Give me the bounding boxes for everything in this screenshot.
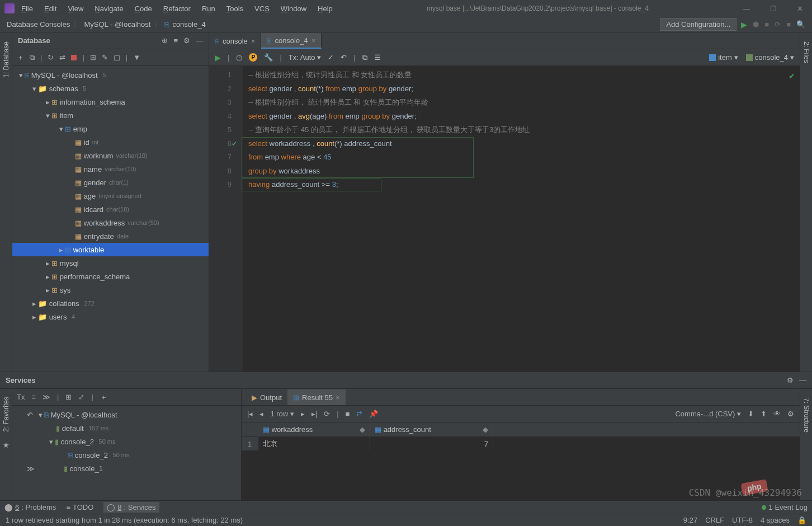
menu-file[interactable]: File [17, 3, 37, 15]
row-count[interactable]: 1 row ▾ [270, 410, 294, 418]
line-ending[interactable]: CRLF [705, 516, 724, 524]
menu-tools[interactable]: Tools [222, 3, 248, 15]
stop2-icon[interactable]: ■ [786, 20, 791, 29]
result-toolbar: |◂ ◂ 1 row ▾ ▸ ▸| ⟳ | ■ ⇄ 📌 Comma-...d (… [242, 406, 800, 422]
target-icon[interactable]: ⊕ [162, 36, 168, 45]
schema-chip[interactable]: item ▾ [709, 53, 738, 62]
stop-icon[interactable] [71, 55, 77, 60]
breadcrumb-item[interactable]: console_4 [172, 20, 205, 29]
console-icon: ⎘ [164, 20, 169, 29]
hide-icon[interactable]: — [799, 376, 806, 384]
stop-icon[interactable]: ■ [346, 410, 350, 418]
services-toolbar: Tx ≡ ≫ | ⊞ ⤢ | ＋ [12, 389, 241, 406]
menu-edit[interactable]: Edit [40, 3, 61, 15]
gear-icon[interactable]: ⚙ [787, 410, 794, 418]
expand-icon[interactable]: ≡ [31, 393, 36, 401]
menu-navigate[interactable]: Navigate [90, 3, 128, 15]
menu-refactor[interactable]: Refactor [159, 3, 195, 15]
close-button[interactable]: ✕ [792, 3, 808, 14]
services-tree[interactable]: ↶▾⎘ MySQL - @localhost ▮ default 152 ms … [12, 406, 241, 500]
filter-icon[interactable]: ▼ [133, 53, 140, 62]
minimize-button[interactable]: — [738, 3, 754, 14]
history-icon[interactable]: ◷ [236, 53, 242, 62]
run-configuration-combo[interactable]: Add Configuration... [660, 18, 737, 31]
caret-position[interactable]: 9:27 [683, 516, 697, 524]
settings-icon[interactable]: ☰ [374, 53, 381, 62]
result-grid[interactable]: ▦ workaddress◆ ▦ address_count◆ 1 北京 7 [242, 422, 800, 500]
commit-icon[interactable]: ✓ [328, 53, 334, 62]
attach-icon[interactable]: ⧉ [362, 53, 367, 62]
refresh-icon[interactable]: ↻ [48, 53, 54, 62]
lock-icon[interactable]: 🔒 [797, 516, 806, 524]
add-icon[interactable]: ＋ [17, 53, 24, 63]
menu-run[interactable]: Run [197, 3, 220, 15]
breadcrumb-item[interactable]: Database Consoles [7, 20, 70, 29]
menu-vcs[interactable]: VCS [250, 3, 274, 15]
p-badge-icon[interactable]: P [249, 53, 257, 62]
tool-structure[interactable]: 7: Structure [801, 393, 811, 437]
chevron-right-icon: 〉 [154, 20, 161, 30]
tool-problems[interactable]: ⬤ 66: Problems: Problems [4, 503, 56, 511]
rollback-icon[interactable]: ↶ [341, 53, 347, 62]
stop-icon[interactable]: ■ [764, 20, 769, 29]
tool-database[interactable]: 1: Database [1, 37, 11, 82]
grid-icon[interactable]: ⊞ [65, 393, 72, 401]
upload-icon[interactable]: ⬆ [761, 410, 767, 418]
hide-icon[interactable]: — [196, 36, 203, 45]
database-tree[interactable]: ▾⎘ MySQL - @localhost 5 ▾📁 schemas 5 ▸⊞ … [12, 66, 209, 372]
tool-todo[interactable]: ≡ TODO [66, 503, 93, 511]
download-icon[interactable]: ⬇ [748, 410, 754, 418]
reload-icon[interactable]: ⟳ [324, 410, 330, 418]
tx-mode[interactable]: Tx: Auto ▾ [289, 53, 321, 62]
prev-icon[interactable]: ◂ [259, 410, 263, 418]
menu-view[interactable]: View [63, 3, 88, 15]
add-icon[interactable]: ＋ [100, 392, 107, 402]
tool-favorites[interactable]: 2: Favorites [1, 392, 11, 436]
tool-files[interactable]: 2: Files [801, 37, 811, 68]
menu-help[interactable]: Help [313, 3, 337, 15]
collapse-icon[interactable]: ≡ [173, 36, 178, 45]
more-icon[interactable]: ⟳ [775, 20, 781, 29]
compare-icon[interactable]: ⇄ [356, 410, 362, 418]
maximize-button[interactable]: ☐ [766, 3, 781, 14]
event-log[interactable]: 1 Event Log [762, 503, 808, 511]
tree-worktable[interactable]: ▸⊞ worktable [12, 243, 209, 256]
tx-icon[interactable]: Tx [17, 393, 25, 401]
tab-output[interactable]: ▶Output [246, 389, 287, 405]
session-chip[interactable]: console_4 ▾ [746, 53, 794, 62]
gear-icon[interactable]: ⚙ [183, 36, 190, 45]
run-icon[interactable]: ▶ [741, 20, 747, 29]
app-icon [4, 3, 15, 13]
execute-icon[interactable]: ▶ [215, 53, 221, 62]
wrench-icon[interactable]: 🔧 [264, 53, 273, 62]
database-toolbar: ＋ ⧉ | ↻ ⇄ | ⊞ ✎ ▢ | ▼ [12, 49, 209, 66]
edit-icon[interactable]: ✎ [102, 53, 108, 62]
next-icon[interactable]: ▸ [301, 410, 305, 418]
last-icon[interactable]: ▸| [311, 410, 317, 418]
first-icon[interactable]: |◂ [247, 410, 253, 418]
panel-title: Database [18, 36, 50, 45]
tab-result[interactable]: ⊞Result 55× [287, 389, 346, 405]
sync-icon[interactable]: ⇄ [59, 53, 65, 62]
encoding[interactable]: UTF-8 [732, 516, 753, 524]
menu-code[interactable]: Code [130, 3, 157, 15]
editor-area: ⎘console× ⎘console_4× ▶ | ◷ P 🔧 | Tx: Au… [209, 32, 800, 372]
tool-services[interactable]: ◯ 8: Services [103, 502, 159, 513]
tab-console[interactable]: ⎘console× [209, 33, 261, 49]
search-icon[interactable]: 🔍 [796, 20, 805, 29]
table-icon[interactable]: ⊞ [90, 53, 96, 62]
console-icon[interactable]: ▢ [114, 53, 120, 62]
code-editor[interactable]: 1 2 3 4 5 6✔ 7 8 9 -- 根据性别分组，统计男性员工 和 女性… [209, 66, 800, 372]
export-format[interactable]: Comma-...d (CSV) ▾ [675, 410, 741, 418]
view-icon[interactable]: 👁 [773, 410, 781, 418]
open-icon[interactable]: ⤢ [78, 393, 84, 401]
breadcrumb-item[interactable]: MySQL - @localhost [84, 20, 150, 29]
debug-icon[interactable]: ⬢ [753, 20, 759, 29]
pin-icon[interactable]: 📌 [369, 410, 378, 418]
gear-icon[interactable]: ⚙ [787, 376, 794, 384]
tab-console-4[interactable]: ⎘console_4× [261, 33, 322, 49]
duplicate-icon[interactable]: ⧉ [30, 53, 35, 62]
collapse-icon[interactable]: ≫ [43, 393, 50, 401]
indent[interactable]: 4 spaces [761, 516, 790, 524]
menu-window[interactable]: Window [276, 3, 311, 15]
